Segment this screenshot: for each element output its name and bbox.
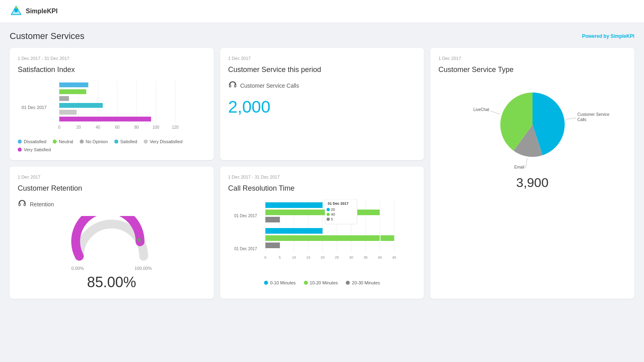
pie-chart-wrapper: Customer ServiceCallsEmailLiveChat [438,80,626,169]
legend-dot-very-satisfied [18,148,22,152]
retention-headset-icon [18,199,27,210]
svg-text:Customer Service: Customer Service [577,112,609,117]
retention-label: Retention [30,201,54,208]
legend-dot-satisfied [114,140,118,144]
legend-no-opinion: No Opinion [80,139,108,144]
resolution-date: 1 Dec 2017 - 31 Dec 2017 [228,175,416,179]
retention-title: Customer Retention [18,184,206,193]
svg-point-64 [326,218,330,221]
satisfaction-bar-chart: 0 20 40 60 80 100 120 [50,80,206,133]
app-header: SimpleKPI [0,0,644,23]
satisfaction-index-card: 1 Dec 2017 - 31 Dec 2017 Satisfaction In… [10,48,214,160]
svg-rect-3 [15,6,17,9]
legend-neutral: Neutral [53,139,73,144]
service-period-value: 2,000 [228,97,416,117]
gauge-value: 85.00% [87,274,136,291]
svg-text:10: 10 [292,255,296,259]
svg-text:40: 40 [96,125,101,130]
retention-metric-row: Retention [18,199,206,210]
svg-text:35: 35 [363,255,367,259]
legend-20-30: 20-30 Minutes [346,280,380,285]
service-period-metric-row: Customer Service Calls [228,80,416,91]
svg-rect-43 [265,210,380,215]
legend-dot-neutral [53,140,57,144]
svg-rect-14 [59,103,103,108]
satisfaction-y-label: 01 Dec 2017 [18,105,50,110]
svg-rect-45 [265,228,322,234]
service-period-label: Customer Service Calls [240,82,299,89]
svg-text:5: 5 [279,255,281,259]
gauge-chart [71,216,152,264]
svg-line-29 [490,111,500,114]
legend-dot-20-30 [346,281,350,285]
legend-dot-no-opinion [80,140,84,144]
svg-text:LiveChat: LiveChat [473,107,489,112]
resolution-legend: 0-10 Minutes 10-20 Minutes 20-30 Minutes [228,280,416,285]
svg-rect-16 [59,117,151,121]
svg-text:80: 80 [134,125,139,130]
satisfaction-date: 1 Dec 2017 - 31 Dec 2017 [18,56,206,61]
svg-text:15: 15 [306,255,310,259]
resolution-bar-chart: 0 5 10 15 20 25 30 35 40 45 01 Dec 2017 [260,199,416,276]
service-type-title: Customer Service Type [438,66,626,74]
page-title-row: Customer Services Powered by SimpleKPI [10,31,634,41]
retention-card: 1 Dec 2017 Customer Retention Retention [10,167,214,299]
svg-text:20: 20 [320,255,324,259]
svg-rect-15 [59,110,76,115]
svg-point-60 [326,208,330,211]
gauge-container: 0.00% 100.00% 85.00% [18,216,206,291]
svg-text:0: 0 [58,125,61,130]
gauge-min: 0.00% [71,266,84,271]
legend-dot-dissatisfied [18,140,22,144]
app-name: SimpleKPI [26,8,58,15]
legend-dot-0-10 [264,281,268,285]
legend-0-10: 0-10 Minutes [264,280,296,285]
svg-text:40: 40 [378,255,382,259]
svg-text:20: 20 [331,208,335,212]
svg-text:60: 60 [115,125,120,130]
svg-point-62 [326,213,330,216]
svg-text:120: 120 [172,125,179,130]
svg-text:20: 20 [76,125,81,130]
legend-dot-very-dissatisfied [144,140,148,144]
dashboard-grid: 1 Dec 2017 - 31 Dec 2017 Satisfaction In… [10,48,634,299]
gauge-max: 100.00% [134,266,152,271]
svg-text:25: 25 [335,255,339,259]
svg-text:40: 40 [331,212,335,216]
retention-date: 1 Dec 2017 [18,175,206,179]
service-type-date: 1 Dec 2017 [438,56,626,61]
page-title: Customer Services [10,31,85,41]
service-type-total: 3,900 [438,175,626,190]
service-period-date: 1 Dec 2017 [228,56,416,61]
svg-rect-12 [59,89,86,94]
resolution-chart-area: 0 5 10 15 20 25 30 35 40 45 01 Dec 2017 [260,199,416,277]
svg-text:0: 0 [264,255,266,259]
svg-line-27 [525,158,527,169]
service-period-card: 1 Dec 2017 Customer Service this period … [220,48,424,160]
svg-rect-11 [59,82,88,87]
svg-rect-13 [59,96,69,101]
svg-text:Calls: Calls [577,117,586,122]
svg-text:45: 45 [392,255,396,259]
svg-text:01 Dec 2017: 01 Dec 2017 [328,202,349,206]
service-type-card: 1 Dec 2017 Customer Service Type Custome… [430,48,634,299]
svg-rect-44 [265,217,280,222]
legend-very-dissatisfied: Very Dissatisfied [144,139,182,144]
resolution-title: Call Resolution Time [228,184,416,193]
service-period-title: Customer Service this period [228,66,416,74]
svg-rect-46 [265,235,380,241]
page-container: Customer Services Powered by SimpleKPI 1… [0,23,644,307]
resolution-y-labels: 01 Dec 2017 01 Dec 2017 [228,199,260,277]
svg-rect-47 [265,243,280,248]
svg-line-24 [566,118,576,119]
legend-10-20: 10-20 Minutes [304,280,338,285]
svg-text:Email: Email [514,165,524,169]
headset-icon [228,80,237,91]
svg-text:5: 5 [331,217,333,221]
legend-satisfied: Satisfied [114,139,137,144]
satisfaction-title: Satisfaction Index [18,66,206,74]
satisfaction-legend: Dissatisfied Neutral No Opinion Satisfie… [18,139,206,152]
legend-dot-10-20 [304,281,308,285]
powered-by: Powered by SimpleKPI [582,33,634,39]
svg-rect-66 [380,235,394,241]
